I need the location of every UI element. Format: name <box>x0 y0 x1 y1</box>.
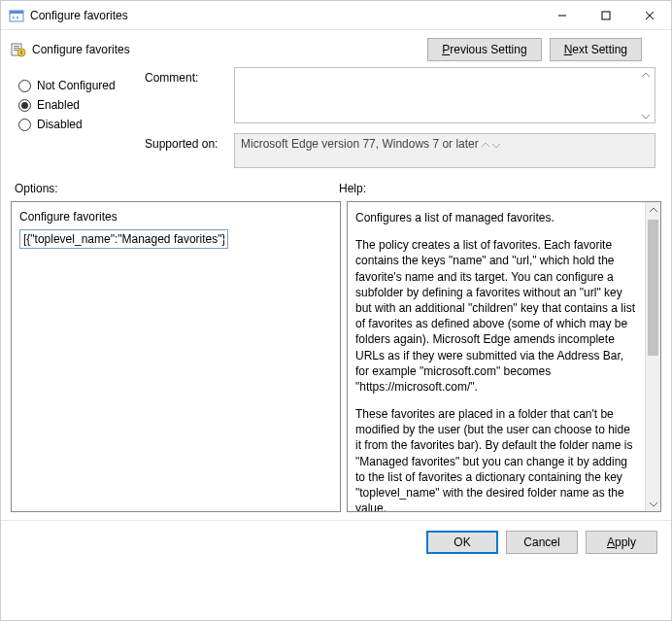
radio-label: Not Configured <box>37 79 116 92</box>
help-panel: Configures a list of managed favorites. … <box>347 201 661 512</box>
scroll-up-icon[interactable] <box>646 202 660 218</box>
help-paragraph: Configures a list of managed favorites. <box>355 210 639 225</box>
help-label: Help: <box>339 182 366 195</box>
apply-button[interactable]: Apply <box>586 531 657 554</box>
radio-not-configured[interactable]: Not Configured <box>18 79 145 92</box>
nav-buttons: Previous Setting Next Setting <box>427 38 642 61</box>
config-area: Not Configured Enabled Disabled Comment:… <box>1 67 671 178</box>
radio-icon <box>18 99 31 112</box>
scroll-down-icon[interactable] <box>646 496 660 511</box>
section-labels: Options: Help: <box>1 178 671 201</box>
chevron-down-icon[interactable] <box>492 137 500 151</box>
supported-on-value: Microsoft Edge version 77, Windows 7 or … <box>234 133 655 168</box>
options-panel: Configure favorites <box>11 201 341 512</box>
comment-label: Comment: <box>145 67 234 85</box>
radio-disabled[interactable]: Disabled <box>18 118 145 131</box>
chevron-up-icon[interactable] <box>482 137 492 151</box>
next-setting-button[interactable]: Next Setting <box>550 38 642 61</box>
svg-rect-9 <box>14 46 19 47</box>
svg-rect-10 <box>14 48 19 49</box>
comment-textarea[interactable] <box>234 67 655 123</box>
titlebar: Configure favorites <box>1 1 671 30</box>
radio-label: Enabled <box>37 98 80 112</box>
help-scrollbar[interactable] <box>645 202 660 511</box>
footer: OK Cancel Apply <box>1 520 671 564</box>
policy-icon <box>11 42 26 57</box>
help-text: Configures a list of managed favorites. … <box>348 202 645 511</box>
maximize-button[interactable] <box>584 1 627 30</box>
previous-setting-button[interactable]: Previous Setting <box>427 38 541 61</box>
window-title: Configure favorites <box>30 9 540 22</box>
ok-button[interactable]: OK <box>426 531 498 554</box>
radio-enabled[interactable]: Enabled <box>18 98 145 112</box>
cancel-button[interactable]: Cancel <box>506 531 578 554</box>
close-button[interactable] <box>627 1 671 30</box>
field-column: Comment: Supported on: Microsoft Edge ve… <box>145 67 661 168</box>
radio-icon <box>18 80 31 92</box>
options-label: Options: <box>15 182 339 195</box>
chevron-up-icon[interactable] <box>639 70 653 80</box>
svg-rect-5 <box>602 12 610 19</box>
policy-title: Configure favorites <box>32 43 427 56</box>
panels: Configure favorites Configures a list of… <box>1 201 671 512</box>
svg-rect-13 <box>20 51 22 54</box>
help-paragraph: These favorites are placed in a folder t… <box>355 406 639 511</box>
help-paragraph: The policy creates a list of favorites. … <box>355 237 639 395</box>
svg-point-2 <box>13 17 15 18</box>
radio-label: Disabled <box>37 118 83 131</box>
svg-rect-1 <box>10 11 23 14</box>
option-value-input[interactable] <box>19 229 228 249</box>
header-row: Configure favorites Previous Setting Nex… <box>1 30 671 67</box>
option-name: Configure favorites <box>19 210 332 224</box>
state-radio-group: Not Configured Enabled Disabled <box>18 67 145 168</box>
radio-icon <box>18 119 31 131</box>
minimize-button[interactable] <box>540 1 584 30</box>
scroll-thumb[interactable] <box>648 220 658 356</box>
chevron-down-icon[interactable] <box>639 111 653 121</box>
supported-on-label: Supported on: <box>145 133 234 151</box>
svg-point-3 <box>17 17 18 18</box>
app-icon <box>9 8 24 23</box>
